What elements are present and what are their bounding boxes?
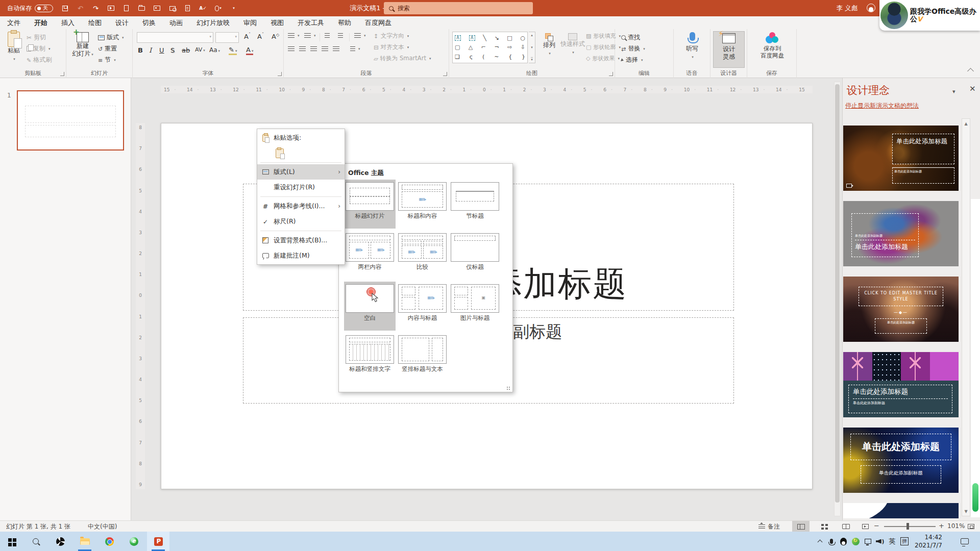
ribbon-tab[interactable]: 动画 — [169, 18, 183, 28]
vertical-textbox-shape-icon[interactable]: A — [469, 35, 475, 41]
clear-format-button[interactable]: A◇ — [272, 33, 279, 40]
panel-dropdown-icon[interactable]: ▾ — [952, 88, 955, 95]
layout-option-content-caption[interactable]: 内容与标题 — [397, 282, 448, 331]
smartart-button[interactable]: ▱转换为 SmartArt — [374, 55, 431, 62]
scribble-shape-icon[interactable]: ς — [470, 54, 473, 60]
ime-language-button[interactable]: 英 — [887, 532, 897, 551]
layout-button[interactable]: 版式 — [98, 33, 124, 42]
collapse-ribbon-button[interactable] — [967, 68, 974, 74]
stop-suggestions-link[interactable]: 停止显示新演示文稿的想法 — [845, 102, 919, 110]
pinned-app-button[interactable] — [49, 532, 71, 551]
ribbon-tab[interactable]: 审阅 — [243, 18, 257, 28]
notes-button[interactable]: 备注 — [758, 522, 780, 531]
copy-button[interactable]: 复制 — [27, 44, 51, 53]
shapes-gallery[interactable]: AA╲↘□○ ▢△⌐¬⇨⇩ ❏ς(~{} — [452, 32, 528, 63]
layout-option-title-vertical-text[interactable]: 标题和竖排文字 — [344, 333, 396, 382]
layout-option-title-only[interactable]: 仅标题 — [449, 231, 501, 280]
ribbon-tab[interactable]: 幻灯片放映 — [197, 18, 230, 28]
layout-option-comparison[interactable]: 比较 — [397, 231, 448, 280]
reset-slide-button[interactable]: 重置 — [98, 44, 117, 53]
tray-microphone[interactable] — [826, 532, 837, 551]
slide-tool-button[interactable] — [168, 5, 176, 12]
zoom-in-button[interactable]: + — [939, 522, 944, 530]
rectangle-shape-icon[interactable]: □ — [507, 35, 512, 41]
layout-option-title-content[interactable]: 标题和内容 — [397, 180, 448, 229]
shapes-more-icon[interactable]: ▾ — [531, 57, 533, 62]
resize-grip[interactable] — [506, 386, 510, 390]
autosave-toggle[interactable]: 关 — [35, 5, 53, 12]
underline-button[interactable]: U — [159, 46, 164, 54]
action-center-button[interactable] — [955, 532, 974, 551]
select-button[interactable]: 选择 — [621, 56, 643, 64]
elbow-shape-icon[interactable]: ⌐ — [481, 44, 486, 51]
align-text-button[interactable]: ⊟对齐文本 — [374, 43, 409, 51]
design-suggestion-1[interactable]: 单击此处添加标题 单击此处添加副标题 — [843, 126, 959, 191]
down-arrow-shape-icon[interactable]: ⇩ — [521, 44, 525, 51]
chrome-button[interactable] — [98, 532, 120, 551]
zoom-slider[interactable] — [884, 526, 936, 527]
format-painter-button[interactable]: 格式刷 — [27, 56, 52, 64]
layout-option-picture-caption[interactable]: 图片与标题 — [449, 282, 501, 331]
open-file-button[interactable] — [138, 5, 145, 12]
distribute-button[interactable] — [333, 46, 339, 51]
design-suggestion-5[interactable]: 单击此处添加标题 单击此处添加副标题 — [843, 428, 959, 493]
ribbon-tab[interactable]: 插入 — [61, 18, 75, 28]
shrink-font-button[interactable]: Aˇ — [257, 33, 264, 40]
reading-view-button[interactable] — [837, 521, 854, 532]
taskbar-search-button[interactable] — [24, 532, 47, 551]
start-slideshow-button[interactable] — [107, 5, 115, 12]
ribbon-tab[interactable]: 百度网盘 — [365, 18, 391, 28]
justify-button[interactable] — [322, 46, 328, 51]
text-direction-button[interactable]: ↕文字方向 — [374, 32, 409, 40]
ribbon-tab[interactable]: 文件 — [7, 18, 20, 28]
arrow-shape-icon[interactable]: ↘ — [495, 35, 499, 41]
print-preview-button[interactable] — [184, 5, 191, 12]
paste-button[interactable]: 粘贴 — [4, 32, 23, 62]
tray-volume[interactable] — [874, 532, 886, 551]
ribbon-tab[interactable]: 设计 — [115, 18, 129, 28]
layout-option-section-header[interactable]: 节标题 — [449, 180, 501, 229]
text-shadow-button[interactable]: S — [170, 46, 175, 54]
format-background-menu-item[interactable]: 设置背景格式(B)... — [257, 233, 345, 248]
search-input[interactable] — [398, 5, 510, 12]
panel-close-icon[interactable]: ✕ — [969, 84, 976, 93]
outer-scrollbar[interactable] — [971, 199, 980, 517]
columns-button[interactable] — [350, 46, 360, 51]
canvas-scrollbar-thumb[interactable] — [835, 84, 840, 503]
align-center-button[interactable] — [299, 46, 306, 51]
ribbon-tab[interactable]: 开发工具 — [298, 18, 324, 28]
shapes-scroll-up-icon[interactable]: ▴ — [531, 33, 533, 37]
oval-shape-icon[interactable]: ○ — [520, 35, 525, 41]
elbow2-shape-icon[interactable]: ¬ — [494, 44, 499, 51]
tray-sync[interactable] — [849, 532, 862, 551]
paste-dropdown[interactable] — [12, 55, 15, 62]
slideshow-view-button[interactable] — [856, 521, 874, 532]
bullets-button[interactable] — [288, 33, 300, 38]
font-dialog-launcher[interactable] — [278, 72, 282, 76]
hidden-icons-button[interactable] — [814, 532, 826, 551]
user-avatar-icon[interactable] — [867, 4, 875, 12]
zoom-percentage[interactable]: 101% — [947, 522, 965, 530]
keep-formatting-paste-button[interactable] — [276, 148, 284, 158]
italic-button[interactable]: I — [149, 46, 152, 54]
right-arrow-shape-icon[interactable]: ⇨ — [507, 44, 512, 51]
clipboard-dialog-launcher[interactable] — [60, 72, 64, 76]
increase-indent-button[interactable] — [338, 33, 343, 38]
replace-button[interactable]: 替换 — [621, 44, 645, 53]
touch-mode-button[interactable] — [214, 5, 222, 12]
rounded-rect-shape-icon[interactable]: ▢ — [455, 44, 460, 51]
customize-qat-button[interactable] — [230, 5, 237, 12]
curve-shape-icon[interactable]: ~ — [494, 54, 499, 60]
layout-option-title-slide[interactable]: 标题幻灯片 — [344, 180, 396, 229]
reset-slide-menu-item[interactable]: 重设幻灯片(R) — [257, 180, 345, 195]
fit-to-window-button[interactable] — [968, 521, 974, 532]
font-color-button[interactable]: A — [246, 46, 253, 55]
numbering-button[interactable] — [304, 33, 316, 38]
bold-button[interactable]: B — [138, 46, 143, 54]
browser-360-button[interactable] — [122, 532, 145, 551]
redo-button[interactable]: ↷ — [92, 5, 100, 12]
align-right-button[interactable] — [310, 46, 317, 51]
layout-option-vertical-title-text[interactable]: 竖排标题与文本 — [397, 333, 448, 382]
arc-shape-icon[interactable]: ( — [482, 54, 484, 60]
ribbon-tab[interactable]: 帮助 — [338, 18, 351, 28]
